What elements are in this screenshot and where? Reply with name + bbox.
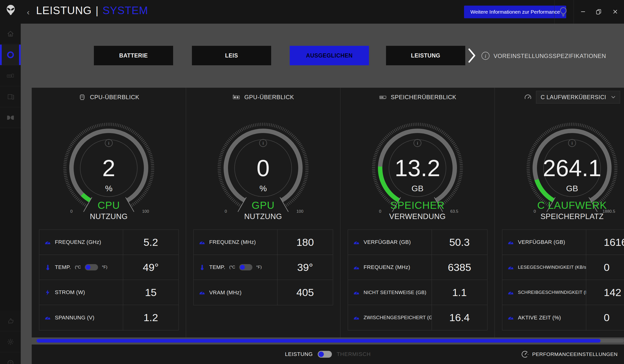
bolt-icon: [44, 289, 51, 296]
row-value: 6385: [432, 255, 487, 280]
sidebar-item-library[interactable]: [0, 87, 21, 107]
gauge-label-secondary: NUTZUNG: [90, 212, 128, 220]
lightbulb-icon[interactable]: [558, 6, 569, 18]
svg-text:i: i: [485, 53, 486, 59]
row-value: 39°: [277, 255, 333, 280]
row-label: VRAM (MHz): [209, 290, 242, 296]
sidebar-item-feedback[interactable]: [0, 311, 21, 331]
speedometer-icon: [353, 264, 360, 271]
temp-unit-toggle[interactable]: [85, 264, 98, 270]
panel-title: CPU-ÜBERBLICK: [90, 94, 139, 101]
chevron-right-icon[interactable]: [468, 48, 476, 63]
gauge-info-icon[interactable]: i: [260, 139, 267, 147]
close-icon: [613, 9, 618, 14]
home-icon: [6, 30, 15, 38]
tab-leis[interactable]: LEIS: [192, 46, 271, 65]
tab-ausgeglichen[interactable]: AUSGEGLICHEN: [290, 46, 369, 65]
drive-gauge: i 264.1 GB C LAUFWERK SPEICHERPLATZ 0 18…: [520, 116, 624, 220]
minimize-icon: [580, 9, 586, 14]
row-label: VERFÜGBAR (GB): [364, 239, 411, 245]
settings-gauge-icon: [521, 350, 529, 358]
footer-toggle-right-label: THERMISCH: [337, 351, 371, 357]
speedometer-icon: [44, 314, 51, 321]
gauge-unit: %: [260, 184, 267, 193]
row-value: 50.3: [432, 230, 487, 255]
sidebar-item-help[interactable]: ?: [0, 353, 21, 364]
row-label: ZWISCHENGESPEICHERT (GB): [364, 315, 432, 320]
horizontal-scrollbar[interactable]: [37, 339, 624, 342]
tab-leistung[interactable]: LEISTUNG: [386, 46, 465, 65]
scrollbar-thumb[interactable]: [37, 339, 600, 342]
chevron-down-icon: [611, 96, 616, 99]
gpu-stats-table: FREQUENZ (MHz) 180 TEMP. (°C °F) 39°: [193, 229, 333, 305]
alienware-command-center-window: ‹ LEISTUNG|SYSTEM Weitere Informationen …: [0, 0, 624, 364]
sidebar-item-settings[interactable]: [0, 332, 21, 352]
info-icon[interactable]: i: [481, 51, 490, 60]
gauge-info-icon[interactable]: i: [105, 139, 112, 147]
restore-icon: [596, 9, 601, 15]
row-label: SCHREIBGESCHWINDIGKEIT (KB/s): [518, 290, 586, 295]
speedometer-icon: [199, 239, 205, 245]
table-row: TEMP. (°C °F) 39°: [194, 255, 333, 280]
celsius-label: (°C: [75, 265, 81, 270]
title-bar: ‹ LEISTUNG|SYSTEM Weitere Informationen …: [0, 0, 624, 24]
performance-settings-label: PERFORMANCEEINSTELLUNGEN: [532, 351, 618, 357]
gauge-value: 13.2: [395, 155, 440, 181]
tab-batterie[interactable]: BATTERIE: [94, 46, 173, 65]
speedometer-icon: [353, 314, 360, 321]
sidebar-item-devices[interactable]: [0, 66, 21, 86]
table-row: AKTIVE ZEIT (%) 0: [502, 305, 624, 330]
gauge-info-icon[interactable]: i: [414, 139, 421, 147]
table-row: STROM (W) 15: [39, 280, 179, 305]
gauge-unit: %: [105, 184, 112, 193]
close-button[interactable]: [610, 6, 621, 17]
celsius-label: (°C: [229, 265, 235, 270]
gear-icon: [6, 338, 15, 346]
table-row: FREQUENZ (MHz) 180: [194, 230, 333, 255]
sidebar-item-home[interactable]: [0, 24, 21, 44]
preset-specifications-link[interactable]: VOREINSTELLUNGSSPEZIFIKATIONEN: [494, 53, 606, 59]
gauge-unit: GB: [411, 184, 423, 193]
row-label: TEMP.: [55, 264, 71, 270]
thermometer-icon: [44, 264, 51, 271]
cpu-panel-header: CPU-ÜBERBLICK: [32, 88, 186, 107]
gpu-gauge: i 0 % GPU NUTZUNG 0 100: [211, 116, 315, 220]
performance-info-callout-button[interactable]: Weitere Informationen zur Performance: [464, 6, 566, 18]
gauge-max: 100: [142, 209, 149, 214]
cpu-stats-table: FREQUENZ (GHz) 5.2 TEMP. (°C °F) 49°: [39, 229, 179, 330]
toggle-knob: [86, 265, 90, 270]
restore-button[interactable]: [593, 6, 604, 17]
devices-icon: [6, 71, 15, 80]
drive-select-dropdown[interactable]: C LAUFWERKÜBERSICI: [536, 91, 620, 103]
memory-stats-table: VERFÜGBAR (GB) 50.3 FREQUENZ (MHz) 6385 …: [348, 229, 488, 330]
table-row: ZWISCHENGESPEICHERT (GB) 16.4: [348, 305, 487, 330]
table-row: FREQUENZ (MHz) 6385: [348, 255, 487, 280]
table-row: LESEGESCHWINDIGKEIT (KB/s) 0: [502, 255, 624, 280]
row-label: AKTIVE ZEIT (%): [518, 315, 561, 321]
ram-icon: [379, 94, 387, 101]
library-icon: [6, 92, 15, 101]
performance-thermal-toggle[interactable]: [318, 351, 332, 358]
gauge-info-icon[interactable]: i: [568, 139, 576, 147]
gauge-value: 264.1: [543, 155, 601, 181]
row-value: 1.1: [432, 280, 487, 305]
gauge-max: 100: [296, 209, 303, 214]
dolby-icon: [6, 113, 15, 122]
back-button[interactable]: ‹: [27, 9, 33, 16]
fahrenheit-label: °F): [102, 265, 107, 270]
temp-unit-toggle[interactable]: [239, 264, 252, 270]
help-icon: ?: [6, 359, 15, 364]
sidebar-item-dolby[interactable]: [0, 107, 21, 128]
sidebar-nav: ?: [0, 24, 21, 364]
title-separator: |: [96, 4, 99, 16]
sidebar-item-performance[interactable]: [0, 45, 21, 65]
thermometer-icon: [199, 264, 205, 271]
page-title: LEISTUNG|SYSTEM: [36, 4, 148, 17]
row-label: NICHT SEITENWEISE (GB): [364, 290, 426, 295]
alienware-logo-icon[interactable]: [5, 3, 16, 17]
minimize-button[interactable]: [577, 6, 589, 17]
table-row: VRAM (MHz) 405: [194, 280, 333, 305]
performance-settings-button[interactable]: PERFORMANCEEINSTELLUNGEN: [521, 344, 618, 364]
title-primary: LEISTUNG: [36, 4, 92, 16]
speedometer-icon: [507, 289, 514, 296]
